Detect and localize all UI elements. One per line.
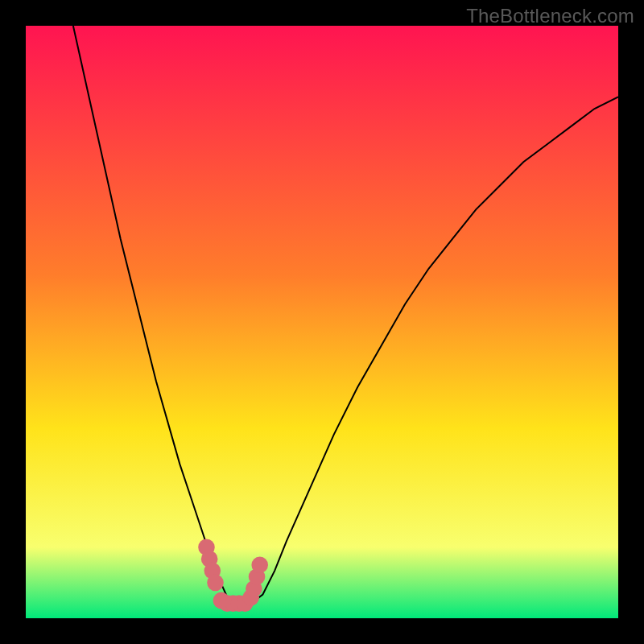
outer-frame: TheBottleneck.com xyxy=(0,0,644,644)
chart-container xyxy=(26,26,618,618)
gradient-background xyxy=(26,26,618,618)
marker-point xyxy=(207,575,224,592)
bottleneck-chart xyxy=(26,26,618,618)
marker-point xyxy=(251,556,268,573)
watermark-text: TheBottleneck.com xyxy=(466,5,634,27)
